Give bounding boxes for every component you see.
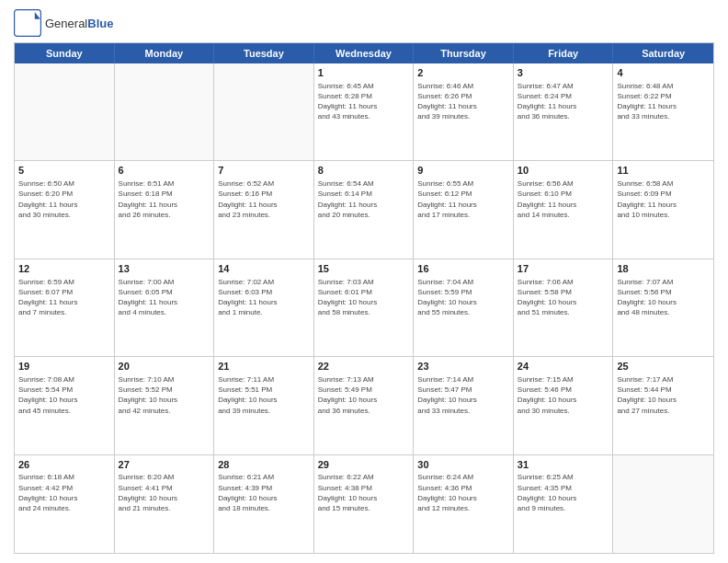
cell-info: Sunrise: 6:25 AM Sunset: 4:35 PM Dayligh…	[518, 472, 609, 513]
cell-info: Sunrise: 7:02 AM Sunset: 6:03 PM Dayligh…	[218, 277, 310, 318]
calendar-cell: 25Sunrise: 7:17 AM Sunset: 5:44 PM Dayli…	[613, 357, 713, 454]
calendar-cell: 9Sunrise: 6:55 AM Sunset: 6:12 PM Daylig…	[414, 161, 514, 258]
calendar-cell: 30Sunrise: 6:24 AM Sunset: 4:36 PM Dayli…	[414, 455, 514, 553]
calendar-cell: 24Sunrise: 7:15 AM Sunset: 5:46 PM Dayli…	[514, 357, 614, 454]
calendar-cell: 19Sunrise: 7:08 AM Sunset: 5:54 PM Dayli…	[15, 357, 115, 454]
calendar-cell: 2Sunrise: 6:46 AM Sunset: 6:26 PM Daylig…	[414, 63, 514, 160]
cell-info: Sunrise: 7:11 AM Sunset: 5:51 PM Dayligh…	[218, 374, 310, 416]
logo: GeneralBlue	[14, 9, 113, 37]
day-number: 1	[318, 66, 410, 80]
day-number: 18	[617, 262, 710, 276]
cell-info: Sunrise: 6:56 AM Sunset: 6:10 PM Dayligh…	[518, 178, 609, 220]
calendar-cell: 16Sunrise: 7:04 AM Sunset: 5:59 PM Dayli…	[414, 259, 514, 356]
day-number: 21	[218, 360, 310, 373]
calendar-cell	[115, 63, 215, 160]
calendar-cell: 8Sunrise: 6:54 AM Sunset: 6:14 PM Daylig…	[314, 161, 415, 258]
weekday-header: Wednesday	[314, 43, 415, 63]
calendar-cell: 21Sunrise: 7:11 AM Sunset: 5:51 PM Dayli…	[214, 357, 314, 454]
calendar-body: 1Sunrise: 6:45 AM Sunset: 6:28 PM Daylig…	[15, 63, 713, 553]
cell-info: Sunrise: 6:47 AM Sunset: 6:24 PM Dayligh…	[518, 81, 609, 122]
cell-info: Sunrise: 7:07 AM Sunset: 5:56 PM Dayligh…	[617, 277, 710, 318]
calendar-cell: 20Sunrise: 7:10 AM Sunset: 5:52 PM Dayli…	[115, 357, 215, 454]
cell-info: Sunrise: 6:54 AM Sunset: 6:14 PM Dayligh…	[318, 178, 410, 220]
cell-info: Sunrise: 6:45 AM Sunset: 6:28 PM Dayligh…	[318, 81, 410, 122]
day-number: 25	[617, 360, 710, 373]
calendar-cell: 15Sunrise: 7:03 AM Sunset: 6:01 PM Dayli…	[314, 259, 415, 356]
calendar-cell: 17Sunrise: 7:06 AM Sunset: 5:58 PM Dayli…	[514, 259, 614, 356]
logo-icon	[14, 9, 41, 37]
calendar-cell: 5Sunrise: 6:50 AM Sunset: 6:20 PM Daylig…	[15, 161, 115, 258]
cell-info: Sunrise: 6:59 AM Sunset: 6:07 PM Dayligh…	[18, 277, 110, 318]
calendar-cell: 11Sunrise: 6:58 AM Sunset: 6:09 PM Dayli…	[613, 161, 713, 258]
calendar-row: 19Sunrise: 7:08 AM Sunset: 5:54 PM Dayli…	[15, 357, 713, 454]
cell-info: Sunrise: 6:18 AM Sunset: 4:42 PM Dayligh…	[18, 472, 110, 513]
calendar-cell: 26Sunrise: 6:18 AM Sunset: 4:42 PM Dayli…	[15, 455, 115, 553]
cell-info: Sunrise: 7:14 AM Sunset: 5:47 PM Dayligh…	[417, 374, 509, 416]
day-number: 11	[617, 164, 710, 178]
calendar-cell: 7Sunrise: 6:52 AM Sunset: 6:16 PM Daylig…	[214, 161, 314, 258]
day-number: 26	[18, 458, 110, 472]
calendar-cell: 23Sunrise: 7:14 AM Sunset: 5:47 PM Dayli…	[414, 357, 514, 454]
day-number: 31	[518, 458, 609, 472]
day-number: 30	[417, 458, 509, 472]
weekday-header: Thursday	[414, 43, 514, 63]
day-number: 16	[417, 262, 509, 276]
calendar-cell: 3Sunrise: 6:47 AM Sunset: 6:24 PM Daylig…	[514, 63, 614, 160]
calendar: SundayMondayTuesdayWednesdayThursdayFrid…	[14, 42, 714, 554]
day-number: 8	[318, 164, 410, 178]
cell-info: Sunrise: 6:46 AM Sunset: 6:26 PM Dayligh…	[417, 81, 509, 122]
logo-general-text: General	[45, 17, 87, 30]
page: GeneralBlue SundayMondayTuesdayWednesday…	[0, 0, 728, 563]
day-number: 12	[18, 262, 110, 276]
day-number: 10	[518, 164, 609, 178]
day-number: 29	[318, 458, 410, 472]
calendar-cell: 18Sunrise: 7:07 AM Sunset: 5:56 PM Dayli…	[613, 259, 713, 356]
calendar-header: SundayMondayTuesdayWednesdayThursdayFrid…	[15, 43, 713, 63]
header: GeneralBlue	[14, 9, 714, 37]
day-number: 7	[218, 164, 310, 178]
cell-info: Sunrise: 7:04 AM Sunset: 5:59 PM Dayligh…	[417, 277, 509, 318]
calendar-row: 5Sunrise: 6:50 AM Sunset: 6:20 PM Daylig…	[15, 161, 713, 259]
cell-info: Sunrise: 7:06 AM Sunset: 5:58 PM Dayligh…	[518, 277, 609, 318]
day-number: 5	[18, 164, 110, 178]
calendar-cell: 13Sunrise: 7:00 AM Sunset: 6:05 PM Dayli…	[115, 259, 215, 356]
calendar-cell: 22Sunrise: 7:13 AM Sunset: 5:49 PM Dayli…	[314, 357, 415, 454]
cell-info: Sunrise: 6:58 AM Sunset: 6:09 PM Dayligh…	[617, 178, 710, 220]
calendar-cell: 14Sunrise: 7:02 AM Sunset: 6:03 PM Dayli…	[214, 259, 314, 356]
day-number: 20	[119, 360, 210, 373]
calendar-row: 1Sunrise: 6:45 AM Sunset: 6:28 PM Daylig…	[15, 63, 713, 161]
cell-info: Sunrise: 6:51 AM Sunset: 6:18 PM Dayligh…	[119, 178, 210, 220]
cell-info: Sunrise: 7:00 AM Sunset: 6:05 PM Dayligh…	[119, 277, 210, 318]
cell-info: Sunrise: 6:22 AM Sunset: 4:38 PM Dayligh…	[318, 472, 410, 513]
day-number: 23	[417, 360, 509, 373]
calendar-cell	[214, 63, 314, 160]
day-number: 6	[119, 164, 210, 178]
cell-info: Sunrise: 7:15 AM Sunset: 5:46 PM Dayligh…	[518, 374, 609, 416]
calendar-cell	[15, 63, 115, 160]
day-number: 4	[617, 66, 710, 80]
calendar-cell: 28Sunrise: 6:21 AM Sunset: 4:39 PM Dayli…	[214, 455, 314, 553]
cell-info: Sunrise: 7:17 AM Sunset: 5:44 PM Dayligh…	[617, 374, 710, 416]
weekday-header: Friday	[514, 43, 614, 63]
cell-info: Sunrise: 7:13 AM Sunset: 5:49 PM Dayligh…	[318, 374, 410, 416]
calendar-cell: 1Sunrise: 6:45 AM Sunset: 6:28 PM Daylig…	[314, 63, 415, 160]
calendar-row: 12Sunrise: 6:59 AM Sunset: 6:07 PM Dayli…	[15, 259, 713, 357]
calendar-cell: 31Sunrise: 6:25 AM Sunset: 4:35 PM Dayli…	[514, 455, 614, 553]
day-number: 22	[318, 360, 410, 373]
day-number: 9	[417, 164, 509, 178]
logo-blue-text: Blue	[87, 17, 113, 30]
cell-info: Sunrise: 6:48 AM Sunset: 6:22 PM Dayligh…	[617, 81, 710, 122]
day-number: 17	[518, 262, 609, 276]
calendar-cell: 12Sunrise: 6:59 AM Sunset: 6:07 PM Dayli…	[15, 259, 115, 356]
day-number: 27	[119, 458, 210, 472]
svg-rect-0	[15, 10, 41, 37]
cell-info: Sunrise: 6:20 AM Sunset: 4:41 PM Dayligh…	[119, 472, 210, 513]
calendar-cell	[613, 455, 713, 553]
calendar-cell: 27Sunrise: 6:20 AM Sunset: 4:41 PM Dayli…	[115, 455, 215, 553]
svg-marker-1	[35, 12, 40, 19]
day-number: 24	[518, 360, 609, 373]
calendar-cell: 6Sunrise: 6:51 AM Sunset: 6:18 PM Daylig…	[115, 161, 215, 258]
day-number: 15	[318, 262, 410, 276]
cell-info: Sunrise: 6:24 AM Sunset: 4:36 PM Dayligh…	[417, 472, 509, 513]
calendar-row: 26Sunrise: 6:18 AM Sunset: 4:42 PM Dayli…	[15, 455, 713, 553]
